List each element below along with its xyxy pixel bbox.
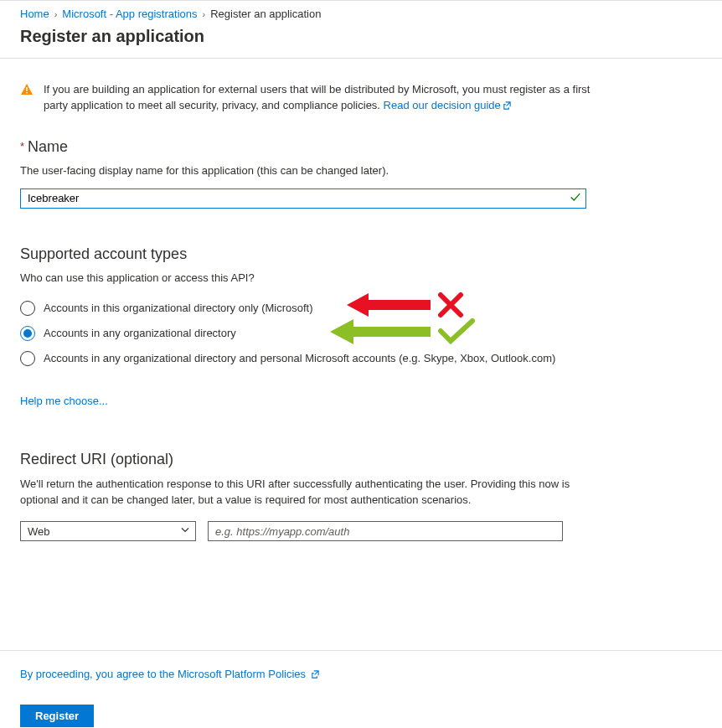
account-types-heading: Supported account types xyxy=(20,245,702,263)
redirect-heading: Redirect URI (optional) xyxy=(20,451,606,468)
redirect-help-text: We'll return the authentication response… xyxy=(20,477,606,509)
account-types-help: Who can use this application or access t… xyxy=(20,271,702,284)
radio-icon xyxy=(20,301,35,316)
radio-icon xyxy=(20,351,35,366)
redirect-uri-input[interactable] xyxy=(208,521,563,541)
account-type-option-0[interactable]: Accounts in this organizational director… xyxy=(20,296,702,321)
breadcrumb-app-registrations[interactable]: Microsoft - App registrations xyxy=(62,8,197,20)
footer: By proceeding, you agree to the Microsof… xyxy=(0,651,722,728)
account-types-section: Supported account types Who can use this… xyxy=(20,245,702,407)
svg-rect-0 xyxy=(26,87,28,91)
app-name-input[interactable] xyxy=(20,188,586,209)
warning-triangle-icon xyxy=(20,83,34,115)
account-type-option-1[interactable]: Accounts in any organizational directory xyxy=(20,321,702,346)
chevron-right-icon: › xyxy=(54,9,58,19)
svg-rect-1 xyxy=(26,92,28,94)
help-me-choose-link[interactable]: Help me choose... xyxy=(20,395,108,407)
radio-label: Accounts in any organizational directory… xyxy=(44,352,555,364)
redirect-uri-section: Redirect URI (optional) We'll return the… xyxy=(20,451,606,542)
radio-icon xyxy=(20,326,35,341)
select-value: Web xyxy=(28,525,50,538)
breadcrumb-home[interactable]: Home xyxy=(20,8,49,20)
first-party-alert: If you are building an application for e… xyxy=(20,82,606,115)
external-link-icon xyxy=(311,669,320,681)
decision-guide-link[interactable]: Read our decision guide xyxy=(384,99,512,111)
redirect-platform-select[interactable]: Web xyxy=(20,521,196,541)
name-label: Name xyxy=(28,138,68,155)
register-button[interactable]: Register xyxy=(20,705,94,727)
breadcrumb: Home › Microsoft - App registrations › R… xyxy=(0,1,722,25)
page-title: Register an application xyxy=(0,25,722,58)
required-asterisk: * xyxy=(20,140,24,152)
account-type-option-2[interactable]: Accounts in any organizational directory… xyxy=(20,346,702,371)
external-link-icon xyxy=(503,99,512,115)
chevron-right-icon: › xyxy=(202,9,205,19)
chevron-down-icon xyxy=(180,525,190,538)
breadcrumb-current: Register an application xyxy=(210,8,321,20)
platform-policies-link[interactable]: By proceeding, you agree to the Microsof… xyxy=(20,668,320,680)
name-help-text: The user-facing display name for this ap… xyxy=(20,164,702,177)
name-section: *Name The user-facing display name for t… xyxy=(20,138,702,209)
radio-label: Accounts in this organizational director… xyxy=(44,302,313,314)
radio-label: Accounts in any organizational directory xyxy=(44,327,236,339)
